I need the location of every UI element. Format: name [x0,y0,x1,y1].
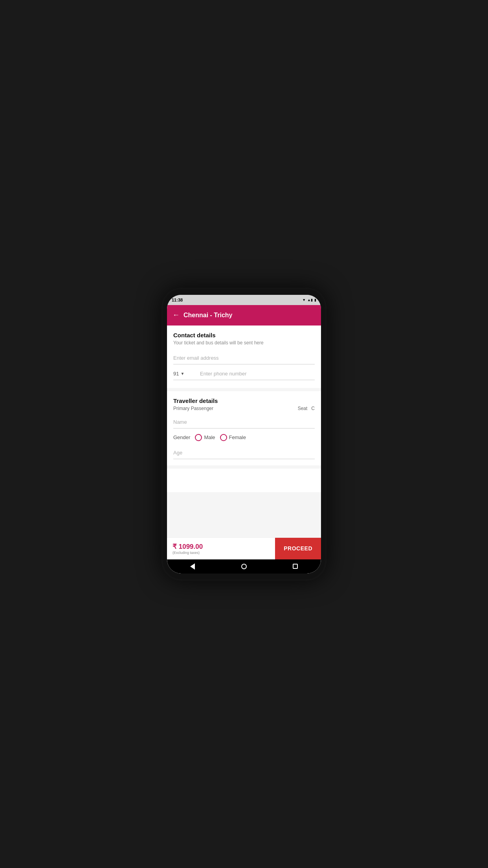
app-bar-title: Chennai - Trichy [183,312,232,319]
nav-bar [167,559,321,574]
country-code-text: 91 [173,371,179,377]
gender-row: Gender Male Female [173,434,315,441]
price-section: ₹ 1099.00 (Excluding taxes) [167,542,208,555]
home-circle-icon [241,564,247,569]
male-radio[interactable] [195,434,202,441]
gender-male-option[interactable]: Male [195,434,215,441]
contact-section-subtitle: Your ticket and bus details will be sent… [173,340,315,346]
nav-home-button[interactable] [240,563,248,570]
traveller-section: Traveller details Primary Passenger Seat… [167,391,321,465]
back-button[interactable]: ← [172,311,180,319]
proceed-button[interactable]: PROCEED [275,538,321,559]
back-triangle-icon [190,563,195,570]
signal-icon: ▲▮ [307,298,313,302]
traveller-section-title: Traveller details [173,397,315,404]
contact-section-title: Contact details [173,332,315,338]
price-value: 1099.00 [179,543,203,550]
dropdown-icon: ▼ [180,371,184,376]
name-input[interactable] [173,416,315,428]
recent-square-icon [293,564,298,569]
male-label: Male [204,434,215,440]
phone-screen: 11:38 ▼ ▲▮ ▮ ← Chennai - Trichy Contact … [167,295,321,574]
phone-input[interactable] [200,371,315,377]
currency-symbol: ₹ [172,543,177,550]
traveller-header: Primary Passenger Seat C [173,406,315,411]
scroll-content: Contact details Your ticket and bus deta… [167,326,321,537]
female-label: Female [229,434,246,440]
country-code-selector[interactable]: 91 ▼ [173,371,197,377]
contact-section: Contact details Your ticket and bus deta… [167,326,321,388]
wifi-icon: ▼ [302,298,306,302]
nav-back-button[interactable] [189,563,196,570]
price-amount: ₹ 1099.00 [172,542,203,551]
gender-label: Gender [173,434,190,440]
bottom-bar: ₹ 1099.00 (Excluding taxes) PROCEED [167,537,321,559]
gender-female-option[interactable]: Female [220,434,246,441]
price-note: (Excluding taxes) [172,551,203,555]
female-radio[interactable] [220,434,227,441]
status-bar: 11:38 ▼ ▲▮ ▮ [167,295,321,305]
phone-row: 91 ▼ [173,371,315,380]
nav-recent-button[interactable] [292,563,299,570]
phone-frame: 11:38 ▼ ▲▮ ▮ ← Chennai - Trichy Contact … [161,288,327,581]
age-input[interactable] [173,447,315,459]
email-field[interactable] [173,352,315,364]
app-bar: ← Chennai - Trichy [167,305,321,326]
empty-space [167,469,321,492]
status-time: 11:38 [172,298,183,302]
seat-label: Seat C [298,406,315,411]
battery-icon: ▮ [314,298,316,302]
status-icons: ▼ ▲▮ ▮ [302,298,316,302]
passenger-label: Primary Passenger [173,406,213,411]
